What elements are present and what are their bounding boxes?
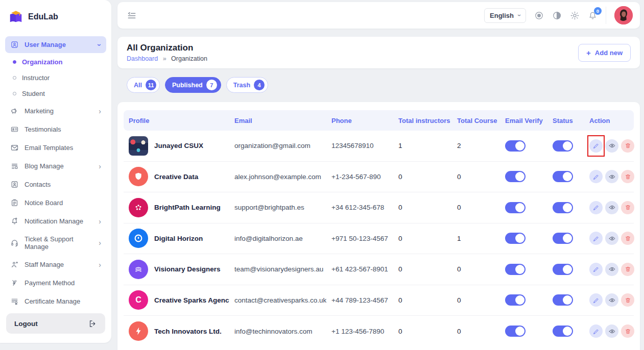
sidebar-item-staff-manage[interactable]: Staff Manage›	[5, 256, 106, 273]
sidebar-item-testimonials[interactable]: Testimonials	[5, 121, 106, 138]
edit-pencil-icon	[593, 173, 600, 180]
filter-label: Published	[172, 82, 203, 89]
sidebar-item-contacts[interactable]: Contacts	[5, 176, 106, 193]
status-toggle-cell	[547, 294, 584, 306]
edit-button[interactable]	[589, 263, 603, 276]
status-toggle[interactable]	[553, 202, 573, 213]
column-header-email-verify: Email Verify	[500, 117, 547, 124]
edit-button[interactable]	[589, 324, 603, 338]
notification-bell-icon[interactable]: 0	[588, 11, 598, 20]
delete-button[interactable]	[621, 293, 634, 307]
filter-all[interactable]: All11	[127, 77, 160, 93]
org-name: Junayed CSUX	[154, 142, 203, 149]
view-button[interactable]	[605, 293, 618, 307]
sidebar-subitem-instructor[interactable]: Instructor	[5, 70, 106, 85]
filter-trash[interactable]: Trash4	[226, 77, 268, 93]
edit-pencil-icon	[593, 204, 600, 211]
delete-button[interactable]	[621, 263, 634, 276]
sidebar-item-payment-method[interactable]: Payment Method	[5, 274, 106, 291]
view-button[interactable]	[605, 324, 618, 338]
sidebar-item-marketing[interactable]: Marketing›	[5, 103, 106, 119]
org-name: Creative Data	[154, 173, 198, 181]
delete-trash-icon	[625, 204, 631, 211]
sidebar-item-user-manage[interactable]: User Manage›	[5, 36, 106, 53]
status-toggle-cell	[547, 171, 584, 182]
theme-toggle-icon[interactable]	[552, 11, 562, 20]
delete-button[interactable]	[621, 232, 634, 245]
edit-button[interactable]	[589, 139, 603, 153]
visibility-icon[interactable]	[534, 11, 544, 20]
sidebar-item-notice-board[interactable]: Notice Board	[5, 194, 106, 211]
status-toggle[interactable]	[553, 326, 573, 337]
delete-button[interactable]	[621, 139, 634, 153]
email-verify-toggle-cell	[500, 171, 547, 182]
view-button[interactable]	[605, 263, 618, 276]
sidebar-item-label: Payment Method	[25, 279, 101, 287]
total-course-value: 0	[452, 328, 500, 335]
sidebar-subitem-label: Student	[22, 90, 45, 97]
email-verify-toggle[interactable]	[505, 202, 526, 213]
sidebar-item-email-templates[interactable]: Email Templates	[5, 139, 106, 156]
email-verify-toggle[interactable]	[505, 264, 526, 275]
filter-published[interactable]: Published7	[165, 77, 221, 93]
table-row: CCreative Sparks Agencycontact@creatives…	[124, 285, 634, 316]
total-course-value: 0	[452, 296, 500, 304]
table-row: Creative Dataalex.johnson@example.com+1-…	[124, 162, 634, 193]
status-toggle[interactable]	[553, 140, 573, 152]
status-toggle[interactable]	[553, 294, 573, 306]
breadcrumb-dashboard-link[interactable]: Dashboard	[127, 55, 158, 62]
view-eye-icon	[609, 266, 615, 272]
user-avatar[interactable]	[614, 6, 633, 24]
sidebar: EduLab User Manage›OrganizationInstructo…	[0, 0, 111, 343]
delete-trash-icon	[625, 173, 631, 180]
status-toggle[interactable]	[553, 264, 573, 275]
view-button[interactable]	[605, 139, 618, 153]
delete-button[interactable]	[621, 170, 634, 183]
delete-button[interactable]	[621, 324, 634, 338]
view-eye-icon	[609, 173, 615, 180]
view-button[interactable]	[605, 201, 618, 214]
total-course-value: 1	[452, 235, 500, 242]
action-cell	[584, 293, 634, 307]
delete-trash-icon	[625, 266, 631, 272]
org-avatar-drop-icon	[129, 229, 148, 248]
collapse-sidebar-icon[interactable]	[125, 9, 139, 22]
email-verify-toggle[interactable]	[505, 171, 526, 182]
status-toggle[interactable]	[553, 171, 573, 182]
org-name: Digital Horizon	[154, 235, 203, 242]
sidebar-item-notification-manage[interactable]: Notification Manage›	[5, 213, 106, 230]
sidebar-item-certificate-manage[interactable]: Certificate Manage	[5, 293, 106, 310]
edit-button[interactable]	[589, 232, 603, 245]
delete-button[interactable]	[621, 201, 634, 214]
sidebar-item-ticket-support-manage[interactable]: Ticket & Support Manage›	[5, 231, 106, 255]
breadcrumb: Dashboard » Organization	[127, 55, 207, 62]
add-new-button[interactable]: + Add new	[578, 44, 631, 62]
email-verify-toggle-cell	[500, 326, 547, 337]
language-select[interactable]: English ›	[484, 8, 526, 23]
email-verify-toggle[interactable]	[505, 233, 526, 244]
edit-button[interactable]	[589, 170, 603, 183]
org-phone: +1-234-567-890	[326, 173, 393, 181]
view-eye-icon	[609, 142, 615, 149]
column-header-total-instructors: Total instructors	[393, 117, 452, 124]
status-toggle[interactable]	[553, 233, 573, 244]
view-button[interactable]	[605, 170, 618, 183]
edit-button[interactable]	[589, 293, 603, 307]
view-button[interactable]	[605, 232, 618, 245]
sidebar-item-blog-manage[interactable]: Blog Manage›	[5, 158, 106, 174]
megaphone-icon	[10, 107, 19, 115]
email-verify-toggle[interactable]	[505, 294, 526, 306]
email-verify-toggle[interactable]	[505, 140, 526, 152]
filter-label: Trash	[233, 82, 250, 89]
edit-button[interactable]	[589, 201, 603, 214]
settings-gear-icon[interactable]	[570, 11, 580, 20]
app-logo[interactable]: EduLab	[0, 0, 111, 30]
sidebar-subitem-organization[interactable]: Organization	[5, 55, 106, 69]
org-avatar-shield-icon	[129, 167, 148, 186]
total-course-value: 0	[452, 265, 500, 273]
logout-button[interactable]: Logout	[6, 313, 105, 334]
email-verify-toggle[interactable]	[505, 326, 526, 337]
sidebar-item-label: Notice Board	[25, 199, 101, 207]
total-instructors-value: 0	[393, 265, 452, 273]
sidebar-subitem-student[interactable]: Student	[5, 86, 106, 101]
